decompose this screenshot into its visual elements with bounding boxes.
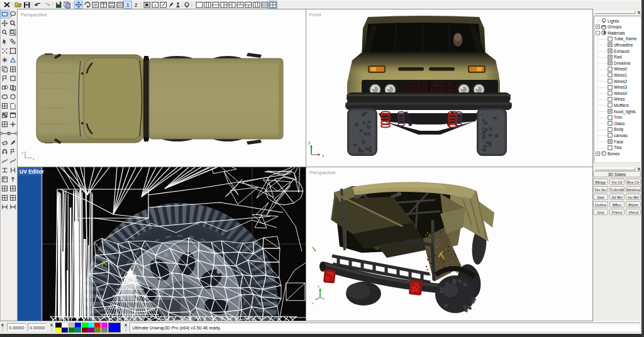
svg-text:1: 1	[126, 2, 130, 8]
svg-text:Front: Front	[309, 12, 321, 18]
svg-text:Perspective: Perspective	[309, 170, 336, 175]
svg-text:Perspective: Perspective	[21, 12, 47, 18]
svg-text:x: x	[312, 301, 314, 305]
svg-text:z: z	[21, 151, 23, 155]
svg-text:I: I	[155, 3, 156, 8]
svg-text:2: 2	[135, 2, 138, 8]
svg-text:UV Editor: UV Editor	[19, 168, 44, 175]
svg-text:y: y	[318, 284, 319, 288]
svg-text:x: x	[33, 157, 35, 161]
